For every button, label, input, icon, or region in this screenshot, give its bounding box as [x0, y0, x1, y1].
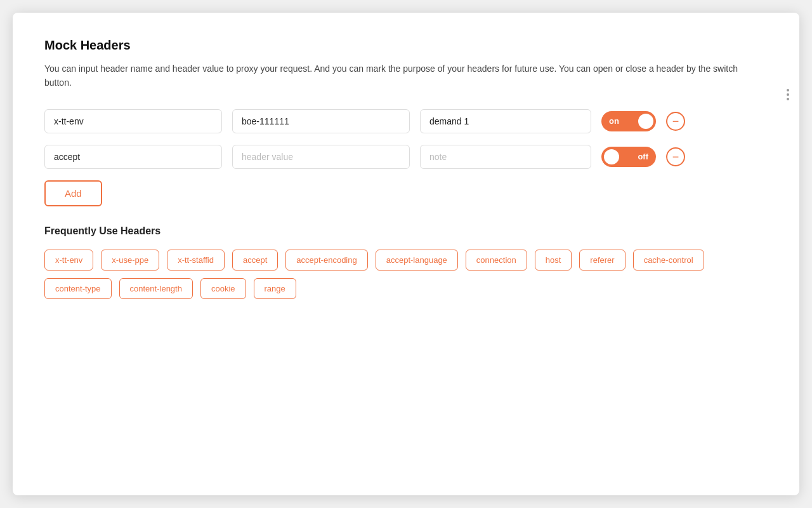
- tag-accept-encoding[interactable]: accept-encoding: [285, 250, 367, 271]
- dot-2: [787, 93, 789, 96]
- header-row-1: on −: [44, 109, 768, 133]
- header-note-input-2[interactable]: [420, 145, 591, 169]
- dot-3: [787, 98, 789, 100]
- header-value-input-2[interactable]: [232, 145, 410, 169]
- tag-referer[interactable]: referer: [579, 250, 625, 271]
- tag-range[interactable]: range: [254, 278, 296, 299]
- main-window: Mock Headers You can input header name a…: [13, 13, 799, 495]
- dot-1: [787, 89, 789, 91]
- frequent-section-title: Frequently Use Headers: [44, 225, 768, 237]
- tag-host[interactable]: host: [535, 250, 572, 271]
- header-name-input-1[interactable]: [44, 109, 222, 133]
- tag-cookie[interactable]: cookie: [200, 278, 246, 299]
- tag-connection[interactable]: connection: [466, 250, 527, 271]
- tags-container: x-tt-env x-use-ppe x-tt-staffid accept a…: [44, 250, 768, 299]
- header-note-input-1[interactable]: [420, 109, 591, 133]
- toggle-label-off-2: off: [638, 152, 648, 161]
- header-row-2: off −: [44, 145, 768, 169]
- header-name-input-2[interactable]: [44, 145, 222, 169]
- tag-x-tt-env[interactable]: x-tt-env: [44, 250, 93, 271]
- tag-cache-control[interactable]: cache-control: [633, 250, 704, 271]
- header-toggle-1[interactable]: on: [601, 111, 656, 131]
- tag-x-tt-staffid[interactable]: x-tt-staffid: [167, 250, 225, 271]
- tag-x-use-ppe[interactable]: x-use-ppe: [101, 250, 159, 271]
- tag-content-type[interactable]: content-type: [44, 278, 112, 299]
- page-description: You can input header name and header val…: [44, 62, 742, 90]
- frequent-section: Frequently Use Headers x-tt-env x-use-pp…: [44, 225, 768, 299]
- toggle-knob-2: [604, 149, 619, 164]
- toggle-knob-1: [638, 114, 653, 129]
- header-value-input-1[interactable]: [232, 109, 410, 133]
- minus-icon-2: −: [672, 151, 679, 163]
- remove-button-1[interactable]: −: [666, 112, 685, 131]
- add-button[interactable]: Add: [44, 180, 102, 206]
- tag-content-length[interactable]: content-length: [119, 278, 193, 299]
- header-toggle-2[interactable]: off: [601, 147, 656, 167]
- tag-accept-language[interactable]: accept-language: [376, 250, 458, 271]
- page-title: Mock Headers: [44, 38, 768, 53]
- minus-icon-1: −: [672, 116, 679, 127]
- remove-button-2[interactable]: −: [666, 147, 685, 166]
- tag-accept[interactable]: accept: [232, 250, 278, 271]
- context-menu[interactable]: [787, 89, 789, 100]
- toggle-label-on-1: on: [609, 116, 619, 126]
